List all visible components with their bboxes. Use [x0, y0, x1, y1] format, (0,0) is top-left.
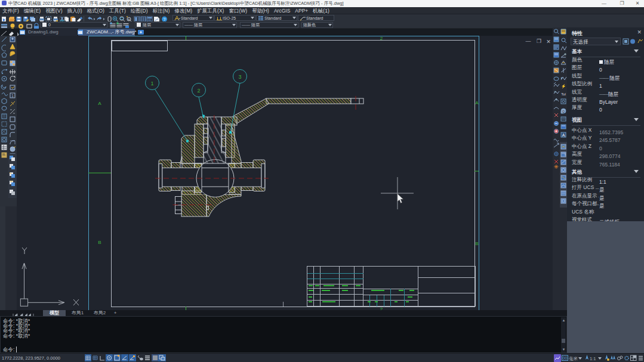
svg-text:1: 1	[150, 81, 153, 86]
svg-text:1: 1	[11, 94, 14, 98]
svg-text:A: A	[562, 133, 565, 137]
svg-text:B: B	[475, 241, 478, 246]
svg-text:00: 00	[563, 356, 568, 360]
svg-text:Tol: Tol	[561, 92, 566, 96]
svg-text:A: A	[98, 101, 101, 106]
svg-text:2: 2	[380, 36, 383, 41]
svg-text:?: ?	[164, 17, 166, 21]
svg-text:3: 3	[238, 74, 241, 80]
svg-text:—: —	[526, 38, 531, 44]
svg-text:A: A	[475, 100, 479, 106]
svg-text:B: B	[98, 240, 101, 245]
svg-text:2: 2	[197, 88, 200, 94]
svg-text:✕: ✕	[546, 39, 551, 45]
svg-text:❐: ❐	[537, 38, 541, 44]
svg-text:⚡: ⚡	[561, 83, 566, 89]
svg-text:Q: Q	[562, 110, 565, 113]
